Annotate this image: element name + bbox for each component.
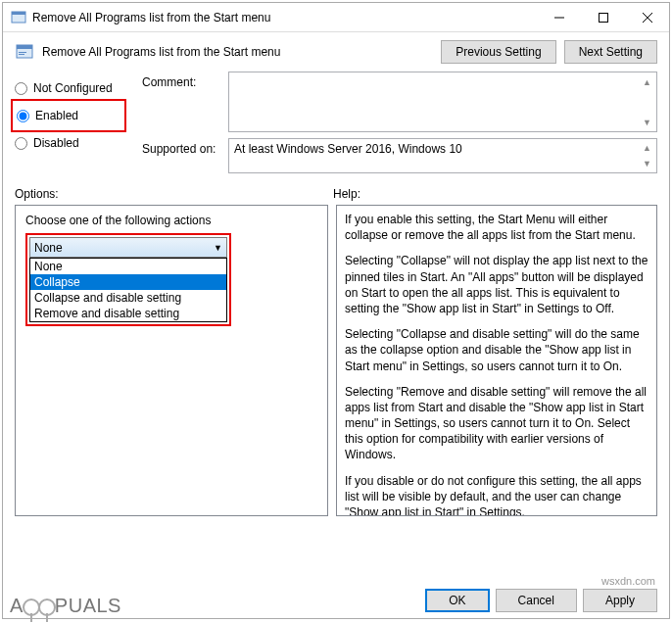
radio-label: Enabled	[35, 109, 78, 122]
radio-not-configured-input[interactable]	[15, 82, 27, 95]
radio-enabled-input[interactable]	[17, 110, 29, 122]
help-label: Help:	[333, 187, 360, 201]
radio-label: Not Configured	[33, 81, 113, 95]
dropdown-item-collapse[interactable]: Collapse	[30, 274, 226, 290]
supported-label: Supported on:	[142, 138, 220, 156]
options-panel: Choose one of the following actions None…	[15, 205, 328, 516]
choose-action-label: Choose one of the following actions	[25, 214, 317, 227]
header-title: Remove All Programs list from the Start …	[42, 45, 433, 59]
comment-scrollbar[interactable]: ▲ ▼	[639, 73, 655, 130]
maximize-button[interactable]	[581, 3, 625, 31]
fields-column: Comment: ▲ ▼ Supported on: At least Wind…	[142, 72, 657, 179]
panels: Choose one of the following actions None…	[3, 205, 669, 522]
config-area: Not Configured Enabled Disabled Comment:	[3, 68, 669, 179]
svg-rect-3	[599, 13, 607, 22]
dropdown-item-collapse-disable[interactable]: Collapse and disable setting	[30, 290, 226, 306]
next-setting-button[interactable]: Next Setting	[564, 40, 657, 64]
comment-textarea[interactable]: ▲ ▼	[228, 72, 657, 132]
help-paragraph: If you disable or do not configure this …	[345, 473, 648, 516]
state-radio-group: Not Configured Enabled Disabled	[15, 72, 122, 179]
scroll-up-icon[interactable]: ▲	[639, 140, 655, 156]
radio-label: Disabled	[33, 136, 79, 150]
scroll-up-icon[interactable]: ▲	[639, 73, 655, 90]
enabled-highlight: Enabled	[11, 99, 126, 132]
titlebar[interactable]: Remove All Programs list from the Start …	[3, 3, 669, 32]
help-paragraph: Selecting "Collapse" will not display th…	[345, 253, 648, 316]
supported-textarea: At least Windows Server 2016, Windows 10…	[228, 138, 657, 173]
chevron-down-icon: ▼	[214, 243, 222, 253]
dropdown-item-none[interactable]: None	[30, 259, 226, 274]
section-labels: Options: Help:	[3, 179, 669, 205]
minimize-button[interactable]	[537, 3, 581, 31]
radio-disabled[interactable]: Disabled	[15, 130, 122, 156]
options-label: Options:	[15, 187, 333, 201]
dropdown-list: None Collapse Collapse and disable setti…	[29, 258, 227, 322]
dropdown-highlight: None ▼ None Collapse Collapse and disabl…	[25, 233, 231, 326]
scroll-down-icon[interactable]: ▼	[639, 114, 655, 130]
radio-enabled[interactable]: Enabled	[17, 103, 120, 128]
svg-rect-8	[19, 52, 26, 53]
action-dropdown[interactable]: None ▼ None Collapse Collapse and disabl…	[29, 237, 227, 322]
header-row: Remove All Programs list from the Start …	[3, 32, 669, 68]
supported-value: At least Windows Server 2016, Windows 10	[229, 139, 656, 159]
dropdown-selected-text: None	[34, 241, 63, 255]
help-paragraph: If you enable this setting, the Start Me…	[345, 212, 648, 243]
svg-rect-7	[17, 45, 32, 49]
watermark-pp-icon	[38, 599, 56, 616]
cancel-button[interactable]: Cancel	[496, 589, 577, 612]
ok-button[interactable]: OK	[425, 589, 489, 612]
help-panel: If you enable this setting, the Start Me…	[336, 205, 657, 516]
titlebar-text: Remove All Programs list from the Start …	[32, 11, 537, 24]
previous-setting-button[interactable]: Previous Setting	[441, 40, 555, 64]
close-button[interactable]	[625, 3, 669, 31]
apply-button[interactable]: Apply	[583, 589, 657, 612]
dropdown-selected[interactable]: None ▼	[29, 237, 227, 258]
watermark-brand: APUALS	[10, 595, 121, 617]
policy-header-icon	[15, 42, 34, 62]
comment-label: Comment:	[142, 72, 220, 89]
scroll-down-icon[interactable]: ▼	[639, 156, 655, 171]
supported-scrollbar[interactable]: ▲ ▼	[639, 140, 655, 171]
help-paragraph: Selecting "Remove and disable setting" w…	[345, 384, 648, 463]
svg-rect-1	[12, 12, 25, 15]
comment-value	[229, 72, 656, 78]
comment-row: Comment: ▲ ▼	[142, 72, 657, 132]
radio-not-configured[interactable]: Not Configured	[15, 75, 122, 101]
supported-row: Supported on: At least Windows Server 20…	[142, 138, 657, 173]
dropdown-item-remove-disable[interactable]: Remove and disable setting	[30, 306, 226, 321]
svg-rect-9	[19, 54, 24, 55]
watermark-site: wsxdn.com	[601, 575, 655, 587]
gpedit-dialog: Remove All Programs list from the Start …	[2, 2, 670, 619]
help-paragraph: Selecting "Collapse and disable setting"…	[345, 326, 648, 374]
radio-disabled-input[interactable]	[15, 137, 27, 150]
policy-icon	[11, 10, 26, 25]
